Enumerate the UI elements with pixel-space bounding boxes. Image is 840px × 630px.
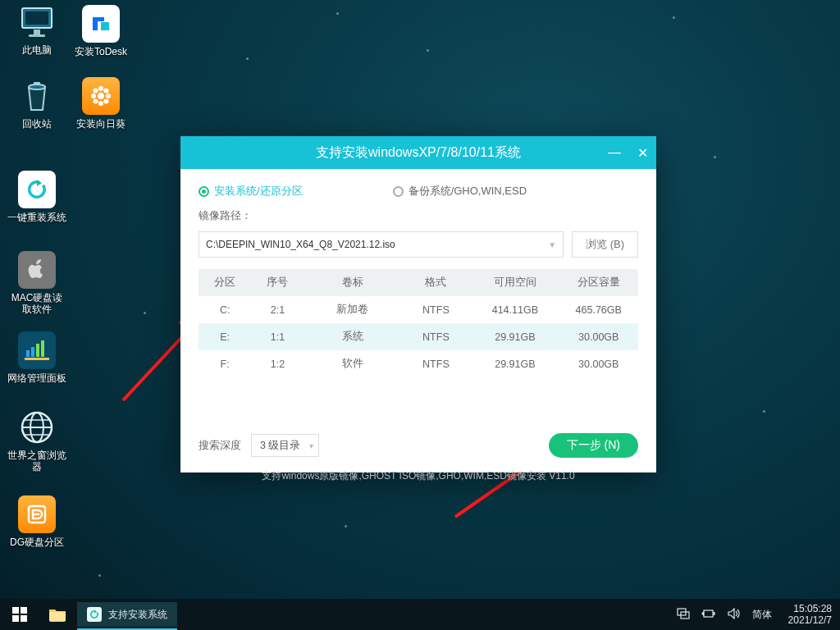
desktop: 此电脑 回收站 一键重装系统 MAC硬盘读取软件 网络管理面板 (0, 0, 840, 630)
window-titlebar[interactable]: 支持安装windowsXP/7/8/10/11系统 — ✕ (180, 136, 656, 169)
col-index: 序号 (251, 269, 304, 296)
browse-button[interactable]: 浏览 (B) (572, 231, 638, 258)
svg-rect-6 (26, 350, 30, 357)
search-depth-label: 搜索深度 (199, 438, 241, 453)
mode-backup[interactable]: 备份系统/GHO,WIN,ESD (393, 184, 527, 199)
table-row[interactable]: C:2:1新加卷NTFS414.11GB465.76GB (199, 296, 638, 323)
svg-rect-8 (36, 344, 39, 357)
tray-network-icon[interactable] (677, 608, 690, 622)
svg-point-22 (94, 89, 98, 94)
svg-rect-10 (25, 358, 49, 360)
svg-rect-3 (29, 34, 45, 37)
svg-point-19 (98, 101, 103, 106)
svg-rect-1 (25, 11, 48, 25)
taskbar: 支持安装系统 简体 15:05:28 2021/12/7 (0, 599, 840, 630)
svg-point-18 (98, 86, 103, 91)
svg-rect-2 (34, 30, 40, 34)
col-fs: 格式 (401, 269, 472, 296)
desktop-icon-browser[interactable]: 世界之窗浏览器 (7, 409, 67, 472)
radio-off-icon (393, 186, 404, 197)
svg-point-21 (106, 94, 111, 98)
col-free: 可用空间 (471, 269, 559, 296)
svg-rect-32 (713, 612, 714, 615)
svg-rect-9 (41, 340, 44, 357)
desktop-icon-mac-disk[interactable]: MAC硬盘读取软件 (7, 251, 67, 315)
window-title: 支持安装windowsXP/7/8/10/11系统 (316, 144, 521, 162)
tray-clock[interactable]: 15:05:28 2021/12/7 (783, 603, 832, 626)
task-icon (87, 607, 102, 622)
chevron-down-icon: ▼ (548, 240, 556, 249)
taskbar-task-installer[interactable]: 支持安装系统 (77, 602, 177, 627)
partition-table: 分区 序号 卷标 格式 可用空间 分区容量 C:2:1新加卷NTFS414.11… (199, 269, 638, 377)
desktop-icon-this-pc[interactable]: 此电脑 (7, 5, 67, 56)
windows-icon (12, 607, 27, 622)
desktop-icon-sunflower[interactable]: 安装向日葵 (71, 77, 131, 130)
mode-install[interactable]: 安装系统/还原分区 (199, 184, 303, 199)
col-total: 分区容量 (559, 269, 638, 296)
minimize-button[interactable]: — (600, 136, 628, 169)
svg-rect-7 (31, 347, 34, 357)
radio-on-icon (199, 186, 209, 197)
next-button[interactable]: 下一步 (N) (549, 433, 638, 458)
image-path-label: 镜像路径： (199, 208, 638, 223)
search-depth-select[interactable]: 3 级目录 (251, 434, 319, 457)
taskbar-explorer-icon[interactable] (39, 599, 75, 630)
tray-volume-icon[interactable] (728, 608, 741, 622)
svg-point-20 (91, 94, 96, 98)
tray-time: 15:05:28 (788, 603, 832, 614)
desktop-icon-network-panel[interactable]: 网络管理面板 (7, 331, 67, 384)
desktop-icon-reinstall[interactable]: 一键重装系统 (7, 171, 67, 223)
svg-rect-28 (49, 612, 66, 621)
table-row[interactable]: F:1:2软件NTFS29.91GB30.00GB (199, 350, 638, 377)
svg-point-17 (98, 93, 104, 99)
tray-date: 2021/12/7 (788, 614, 832, 626)
svg-point-24 (94, 99, 98, 104)
desktop-icon-dg-partition[interactable]: DG硬盘分区 (7, 495, 67, 548)
footer-hint: 支持windows原版镜像,GHOST ISO镜像,GHO,WIM,ESD镜像安… (199, 469, 638, 483)
image-path-combo[interactable]: C:\DEEPIN_WIN10_X64_Q8_V2021.12.iso ▼ (199, 231, 564, 258)
image-path-value: C:\DEEPIN_WIN10_X64_Q8_V2021.12.iso (206, 239, 395, 250)
table-row-selected[interactable]: E:1:1系统NTFS29.91GB30.00GB (199, 323, 638, 350)
desktop-icon-recycle-bin[interactable]: 回收站 (7, 77, 67, 130)
col-label: 卷标 (304, 269, 401, 296)
svg-rect-5 (34, 82, 40, 85)
close-button[interactable]: ✕ (628, 136, 656, 169)
task-label: 支持安装系统 (108, 608, 167, 622)
system-tray: 简体 15:05:28 2021/12/7 (677, 603, 840, 626)
tray-battery-icon[interactable] (701, 609, 716, 621)
svg-point-25 (104, 99, 109, 104)
start-button[interactable] (0, 599, 39, 630)
installer-window: 支持安装windowsXP/7/8/10/11系统 — ✕ 安装系统/还原分区 … (180, 136, 656, 472)
col-partition: 分区 (199, 269, 251, 296)
svg-point-23 (104, 89, 109, 94)
tray-ime[interactable]: 简体 (752, 608, 772, 622)
desktop-icon-todesk[interactable]: 安装ToDesk (71, 5, 131, 57)
svg-rect-31 (704, 610, 713, 617)
